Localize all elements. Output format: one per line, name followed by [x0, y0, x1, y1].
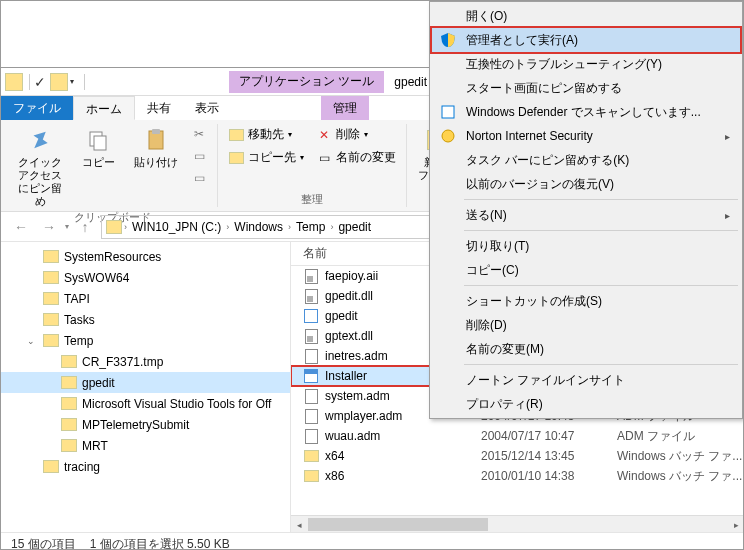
copy-button[interactable]: コピー: [71, 124, 125, 169]
file-name: x64: [325, 449, 475, 463]
paste-button[interactable]: 貼り付け: [129, 124, 183, 169]
ctx-defender-scan[interactable]: Windows Defender でスキャンしています...: [432, 100, 740, 124]
ctx-compat-troubleshoot[interactable]: 互換性のトラブルシューティング(Y): [432, 52, 740, 76]
tree-item: SysWOW64: [1, 267, 290, 288]
crumb-root[interactable]: WIN10_JPN (C:): [129, 220, 224, 234]
rename-icon: ▭: [316, 150, 332, 166]
ctx-pin-taskbar[interactable]: タスク バーにピン留めする(K): [432, 148, 740, 172]
ctx-send-to[interactable]: 送る(N)▸: [432, 203, 740, 227]
ctx-run-as-admin[interactable]: 管理者として実行(A): [432, 28, 740, 52]
up-button[interactable]: ↑: [73, 215, 97, 239]
window-title: gpedit: [394, 75, 427, 89]
crumb-gpedit[interactable]: gpedit: [335, 220, 374, 234]
svg-rect-3: [152, 129, 160, 134]
tree-item: CR_F3371.tmp: [1, 351, 290, 372]
file-name: x86: [325, 469, 475, 483]
file-type-icon: [303, 408, 319, 424]
back-button[interactable]: ←: [9, 215, 33, 239]
move-to-button[interactable]: 移動先 ▾: [224, 124, 308, 145]
ctx-cut[interactable]: 切り取り(T): [432, 234, 740, 258]
pin-icon: [26, 126, 54, 154]
svg-point-5: [442, 130, 454, 142]
ctx-rename[interactable]: 名前の変更(M): [432, 337, 740, 361]
explorer-icon: [5, 73, 23, 91]
file-row[interactable]: wuau.adm2004/07/17 10:47ADM ファイル: [291, 426, 744, 446]
tab-manage[interactable]: 管理: [321, 96, 369, 120]
file-type-icon: [303, 428, 319, 444]
tab-view[interactable]: 表示: [183, 96, 231, 120]
shield-icon: [440, 32, 456, 48]
ctx-separator: [464, 230, 738, 231]
crumb-temp[interactable]: Temp: [293, 220, 328, 234]
shortcut-icon: ▭: [191, 170, 207, 186]
tree-item: MRT: [1, 435, 290, 456]
file-row[interactable]: x862010/01/10 14:38Windows バッチ ファ...: [291, 466, 744, 486]
horizontal-scrollbar[interactable]: ◂ ▸: [291, 515, 744, 532]
ctx-norton[interactable]: Norton Internet Security▸: [432, 124, 740, 148]
ctx-norton-insight[interactable]: ノートン ファイルインサイト: [432, 368, 740, 392]
delete-icon: ✕: [316, 127, 332, 143]
delete-button[interactable]: ✕削除 ▾: [312, 124, 400, 145]
tree-item: TAPI: [1, 288, 290, 309]
copy-to-button[interactable]: コピー先 ▾: [224, 147, 308, 168]
ctx-separator: [464, 285, 738, 286]
file-type-icon: [303, 308, 319, 324]
file-type-icon: [303, 288, 319, 304]
rename-button[interactable]: ▭名前の変更: [312, 147, 400, 168]
crumb-windows[interactable]: Windows: [231, 220, 286, 234]
tree-item: Microsoft Visual Studio Tools for Off: [1, 393, 290, 414]
file-type: Windows バッチ ファ...: [617, 448, 742, 465]
cut-small-button[interactable]: ✂: [187, 124, 211, 144]
file-name: wuau.adm: [325, 429, 475, 443]
scrollbar-thumb[interactable]: [308, 518, 488, 531]
ctx-properties[interactable]: プロパティ(R): [432, 392, 740, 416]
file-type: Windows バッチ ファ...: [617, 468, 742, 485]
move-icon: [228, 127, 244, 143]
tree-item: ⌄Temp: [1, 330, 290, 351]
file-date: 2004/07/17 10:47: [481, 429, 611, 443]
ctx-delete[interactable]: 削除(D): [432, 313, 740, 337]
scroll-right-icon[interactable]: ▸: [728, 516, 744, 532]
forward-button[interactable]: →: [37, 215, 61, 239]
file-type-icon: [303, 388, 319, 404]
history-dropdown-icon[interactable]: ▾: [65, 222, 69, 231]
path-icon: ▭: [191, 148, 207, 164]
svg-rect-4: [442, 106, 454, 118]
tab-share[interactable]: 共有: [135, 96, 183, 120]
qat-dropdown-icon[interactable]: ▾: [70, 77, 74, 86]
submenu-arrow-icon: ▸: [725, 210, 730, 221]
ctx-separator: [464, 199, 738, 200]
tree-item-selected: gpedit: [1, 372, 290, 393]
file-type-icon: [303, 328, 319, 344]
status-bar: 15 個の項目 1 個の項目を選択 5.50 KB: [1, 532, 744, 550]
tree-item: Tasks: [1, 309, 290, 330]
file-type-icon: [303, 348, 319, 364]
paste-shortcut-small-button[interactable]: ▭: [187, 168, 211, 188]
ctx-restore-versions[interactable]: 以前のバージョンの復元(V): [432, 172, 740, 196]
address-folder-icon: [106, 220, 122, 234]
copy-to-icon: [228, 150, 244, 166]
qat-check-icon: ✓: [34, 74, 46, 90]
qat-folder-icon: [50, 73, 68, 91]
organize-group-label: 整理: [224, 192, 400, 207]
pin-quick-access-button[interactable]: クイック アクセスにピン留め: [13, 124, 67, 208]
cut-icon: ✂: [191, 126, 207, 142]
ctx-create-shortcut[interactable]: ショートカットの作成(S): [432, 289, 740, 313]
svg-rect-1: [94, 136, 106, 150]
tab-home[interactable]: ホーム: [73, 96, 135, 120]
copy-path-small-button[interactable]: ▭: [187, 146, 211, 166]
ctx-open[interactable]: 開く(O): [432, 4, 740, 28]
scroll-left-icon[interactable]: ◂: [291, 516, 308, 532]
file-row[interactable]: x642015/12/14 13:45Windows バッチ ファ...: [291, 446, 744, 466]
status-selection: 1 個の項目を選択 5.50 KB: [90, 536, 230, 550]
tree-item: tracing: [1, 456, 290, 477]
tab-file[interactable]: ファイル: [1, 96, 73, 120]
file-type-icon: [303, 268, 319, 284]
ctx-pin-start[interactable]: スタート画面にピン留めする: [432, 76, 740, 100]
context-menu: 開く(O) 管理者として実行(A) 互換性のトラブルシューティング(Y) スター…: [429, 1, 743, 419]
file-type-icon: [303, 448, 319, 464]
app-tools-label: アプリケーション ツール: [229, 71, 384, 93]
ctx-copy[interactable]: コピー(C): [432, 258, 740, 282]
submenu-arrow-icon: ▸: [725, 131, 730, 142]
nav-tree[interactable]: SystemResources SysWOW64 TAPI Tasks ⌄Tem…: [1, 242, 291, 532]
